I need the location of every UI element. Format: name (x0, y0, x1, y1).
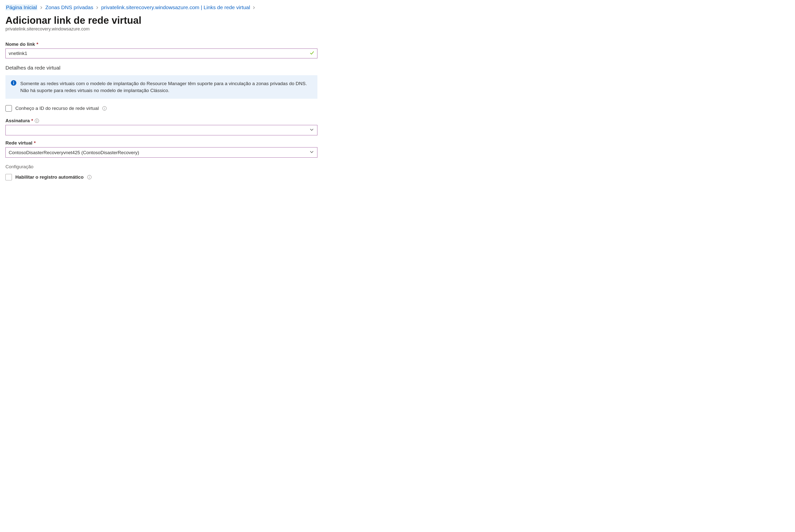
info-banner-text: Somente as redes virtuais com o modelo d… (20, 80, 312, 94)
vnet-details-heading: Detalhes da rede virtual (5, 65, 317, 71)
virtual-network-label: Rede virtual* (5, 140, 317, 146)
svg-text:i: i (89, 175, 90, 179)
chevron-right-icon (40, 4, 43, 11)
help-icon[interactable]: i (102, 106, 107, 111)
subscription-label: Assinatura* i (5, 118, 317, 124)
svg-text:i: i (104, 107, 105, 110)
know-resource-id-label: Conheço a ID do recurso de rede virtual (15, 106, 99, 111)
link-name-input[interactable] (5, 49, 317, 58)
page-title: Adicionar link de rede virtual (5, 15, 317, 26)
info-banner: Somente as redes virtuais com o modelo d… (5, 75, 317, 99)
know-resource-id-checkbox[interactable] (5, 105, 12, 112)
page-subtitle: privatelink.siterecovery.windowsazure.co… (5, 26, 317, 32)
breadcrumb-resource[interactable]: privatelink.siterecovery.windowsazure.co… (101, 4, 250, 11)
subscription-select[interactable] (5, 125, 317, 135)
enable-auto-registration-label: Habilitar o registro automático (15, 174, 84, 180)
virtual-network-select[interactable]: ContosoDisasterRecoveryvnet425 (ContosoD… (5, 147, 317, 158)
help-icon[interactable]: i (87, 175, 92, 179)
breadcrumb: Página Inicial Zonas DNS privadas privat… (5, 4, 317, 11)
help-icon[interactable]: i (35, 118, 39, 123)
enable-auto-registration-checkbox[interactable] (5, 174, 12, 180)
configuration-heading: Configuração (5, 164, 317, 170)
chevron-right-icon (253, 4, 256, 11)
chevron-right-icon (96, 4, 99, 11)
info-icon (11, 80, 16, 94)
svg-point-2 (13, 81, 14, 82)
link-name-label: Nome do link* (5, 42, 317, 47)
svg-text:i: i (36, 119, 37, 122)
checkmark-icon (310, 51, 314, 56)
breadcrumb-home[interactable]: Página Inicial (5, 4, 37, 11)
breadcrumb-zones[interactable]: Zonas DNS privadas (45, 4, 93, 11)
svg-rect-1 (13, 82, 14, 84)
